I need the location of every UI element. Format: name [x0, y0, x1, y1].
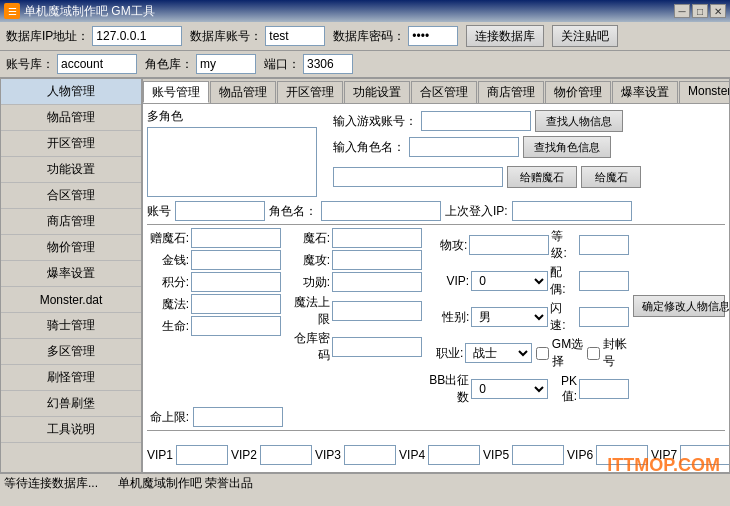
seal-checkbox[interactable]	[587, 347, 600, 360]
main-panel: 账号管理 物品管理 开区管理 功能设置 合区管理 商店管理 物价管理 爆率设置 …	[142, 78, 730, 473]
sidebar-item-help[interactable]: 工具说明	[1, 417, 141, 443]
account-no-label: 账号	[147, 203, 171, 220]
db-password-input[interactable]	[408, 26, 458, 46]
give-magic-button[interactable]: 给魔石	[581, 166, 641, 188]
sidebar-item-mergezone[interactable]: 合区管理	[1, 183, 141, 209]
gender-select[interactable]: 男女	[471, 307, 548, 327]
magic-max-input[interactable]	[332, 301, 422, 321]
magic-power-input[interactable]	[191, 294, 281, 314]
sidebar-item-person[interactable]: 人物管理	[1, 79, 141, 105]
db-label: 账号库：	[6, 56, 54, 73]
vip6-input[interactable]	[596, 445, 648, 465]
account-no-input[interactable]	[175, 201, 265, 221]
status-center: 单机魔域制作吧 荣誉出品	[118, 475, 253, 492]
role-db-input[interactable]	[196, 54, 256, 74]
sidebar-item-shop[interactable]: 商店管理	[1, 209, 141, 235]
hp-input[interactable]	[191, 316, 281, 336]
close-forum-button[interactable]: 关注贴吧	[552, 25, 618, 47]
give-magic-stone-button[interactable]: 给赠魔石	[507, 166, 577, 188]
vip2-label: VIP2	[231, 448, 257, 462]
find-info-button[interactable]: 查找人物信息	[535, 110, 623, 132]
vip-select[interactable]: 012	[471, 271, 548, 291]
connect-db-button[interactable]: 连接数据库	[466, 25, 544, 47]
tab-openzone[interactable]: 开区管理	[277, 81, 343, 103]
bb-select[interactable]: 0	[471, 379, 548, 399]
vip4-label: VIP4	[399, 448, 425, 462]
db-name-input[interactable]	[57, 54, 137, 74]
sidebar-item-phantom[interactable]: 幻兽刷堡	[1, 391, 141, 417]
close-button[interactable]: ✕	[710, 4, 726, 18]
warehouse-input[interactable]	[332, 337, 422, 357]
account-label: 数据库账号：	[190, 28, 262, 45]
vip1-input[interactable]	[176, 445, 228, 465]
minimize-button[interactable]: ─	[674, 4, 690, 18]
ip-input[interactable]	[92, 26, 182, 46]
game-account-input[interactable]	[421, 111, 531, 131]
vip4-input[interactable]	[428, 445, 480, 465]
spouse-input[interactable]	[579, 271, 629, 291]
tab-settings[interactable]: 功能设置	[344, 81, 410, 103]
magic-power-label: 魔法:	[147, 296, 189, 313]
tab-shop[interactable]: 商店管理	[478, 81, 544, 103]
vip-label: VIP:	[429, 274, 469, 288]
job-select[interactable]: 战士法师	[465, 343, 532, 363]
app-icon: ☰	[4, 3, 20, 19]
sidebar-item-multizone[interactable]: 多区管理	[1, 339, 141, 365]
sidebar-item-price[interactable]: 物价管理	[1, 235, 141, 261]
magic-att-input[interactable]	[332, 250, 422, 270]
sidebar: 人物管理 物品管理 开区管理 功能设置 合区管理 商店管理 物价管理 爆率设置 …	[0, 78, 142, 473]
role-name-input[interactable]	[409, 137, 519, 157]
gift-magic-input[interactable]	[191, 228, 281, 248]
db-account-input[interactable]	[265, 26, 325, 46]
sidebar-item-droprate[interactable]: 爆率设置	[1, 261, 141, 287]
merit-input[interactable]	[332, 272, 422, 292]
warehouse-label: 仓库密码	[288, 330, 330, 364]
life-max-input[interactable]	[193, 407, 283, 427]
bb-label: BB出征数	[429, 372, 469, 406]
vip5-label: VIP5	[483, 448, 509, 462]
tab-monster[interactable]: Monster.dat	[679, 81, 729, 103]
flash-input[interactable]	[579, 307, 629, 327]
vip2-input[interactable]	[260, 445, 312, 465]
tab-items[interactable]: 物品管理	[210, 81, 276, 103]
status-left: 等待连接数据库...	[4, 475, 98, 492]
points-input[interactable]	[191, 272, 281, 292]
role-name-input2[interactable]	[321, 201, 441, 221]
sidebar-item-settings[interactable]: 功能设置	[1, 157, 141, 183]
sidebar-item-openzone[interactable]: 开区管理	[1, 131, 141, 157]
tab-mergezone[interactable]: 合区管理	[411, 81, 477, 103]
sidebar-item-monster[interactable]: Monster.dat	[1, 287, 141, 313]
db-bar-2: 账号库： 角色库： 端口：	[0, 51, 730, 78]
sidebar-item-refresh[interactable]: 刷怪管理	[1, 365, 141, 391]
tab-account[interactable]: 账号管理	[143, 81, 209, 103]
account-tab-content: 多角色 输入游戏账号： 查找人物信息 输入角色名： 查找角色信息	[143, 104, 729, 473]
role-label: 角色库：	[145, 56, 193, 73]
vip3-input[interactable]	[344, 445, 396, 465]
pk-label: PK值:	[550, 374, 577, 405]
sidebar-item-knight[interactable]: 骑士管理	[1, 313, 141, 339]
status-bar: 等待连接数据库... 单机魔域制作吧 荣誉出品	[0, 473, 730, 493]
gift-magic-label: 赠魔石:	[147, 230, 189, 247]
merit-label: 功勋:	[288, 274, 330, 291]
physics-input[interactable]	[469, 235, 549, 255]
life-max-label: 命上限:	[147, 409, 189, 426]
content-area: 人物管理 物品管理 开区管理 功能设置 合区管理 商店管理 物价管理 爆率设置 …	[0, 78, 730, 473]
sidebar-item-items[interactable]: 物品管理	[1, 105, 141, 131]
port-input[interactable]	[303, 54, 353, 74]
find-role-button[interactable]: 查找角色信息	[523, 136, 611, 158]
pk-input[interactable]	[579, 379, 629, 399]
gm-checkbox[interactable]	[536, 347, 549, 360]
level-input[interactable]	[579, 235, 629, 255]
vip5-input[interactable]	[512, 445, 564, 465]
tab-droprate[interactable]: 爆率设置	[612, 81, 678, 103]
money-input[interactable]	[191, 250, 281, 270]
magic-input[interactable]	[332, 228, 422, 248]
magic-stone-gift-input[interactable]	[333, 167, 503, 187]
multi-role-list[interactable]	[147, 127, 317, 197]
confirm-modify-button[interactable]: 确定修改人物信息	[633, 295, 725, 317]
last-login-input[interactable]	[512, 201, 632, 221]
vip7-input[interactable]	[680, 445, 729, 465]
physics-label: 物攻:	[429, 237, 467, 254]
maximize-button[interactable]: □	[692, 4, 708, 18]
tab-price[interactable]: 物价管理	[545, 81, 611, 103]
